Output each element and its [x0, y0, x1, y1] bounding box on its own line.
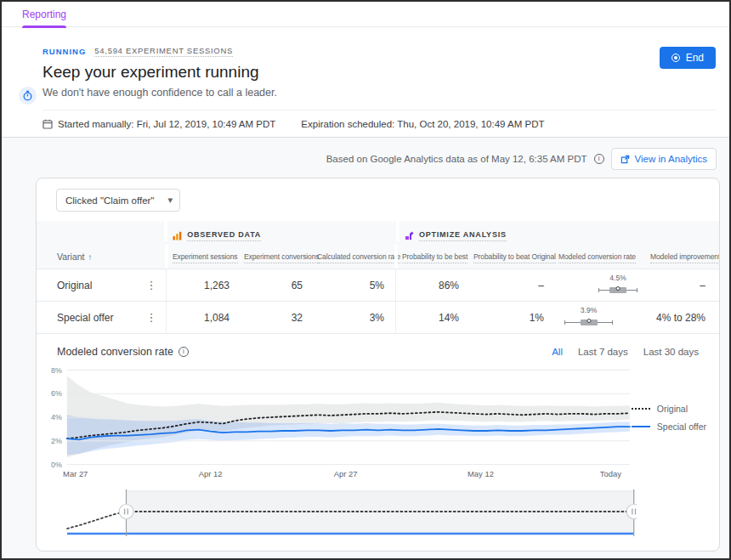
end-button-label: End	[686, 52, 704, 64]
external-link-icon	[620, 155, 630, 164]
row-menu-icon[interactable]	[144, 311, 158, 324]
svg-text:Mar 27: Mar 27	[63, 469, 88, 478]
expiration-date-text: Expiration scheduled: Thu, Oct 20, 2019,…	[301, 119, 544, 129]
objective-dropdown[interactable]: Clicked "Claim offer"	[56, 189, 180, 212]
column-header-sessions[interactable]: Experiment sessions	[168, 252, 240, 261]
boxplot-special-offer: 3.9%	[564, 306, 613, 331]
range-last-30-days[interactable]: Last 30 days	[643, 347, 699, 357]
cell-sessions: 1,263	[168, 280, 240, 291]
boxplot-median-label: 3.9%	[581, 306, 597, 314]
objective-dropdown-value: Clicked "Claim offer"	[65, 195, 154, 206]
calendar-icon	[42, 119, 53, 129]
column-header-prob-beat[interactable]: Probability to beat Original	[469, 252, 554, 261]
svg-text:0%: 0%	[51, 461, 62, 469]
boxplot-original: 4.5%	[598, 274, 638, 299]
legend-solid-line-icon	[632, 426, 650, 427]
column-header-conversions[interactable]: Experiment conversions	[240, 252, 313, 261]
legend-label-special-offer: Special offer	[657, 421, 706, 432]
cell-prob-beat: 1%	[469, 312, 554, 324]
target-icon	[672, 54, 680, 62]
cell-conversions: 65	[240, 280, 313, 291]
svg-text:Apr 12: Apr 12	[199, 469, 223, 478]
cell-conversions: 32	[240, 312, 313, 324]
chart-header: Modeled conversion rate All Last 7 days …	[37, 334, 719, 358]
end-experiment-button[interactable]: End	[660, 47, 716, 69]
info-icon[interactable]	[178, 347, 189, 357]
optimize-icon	[405, 231, 414, 240]
cell-prob-best: 14%	[398, 312, 469, 324]
variant-name: Special offer	[57, 312, 114, 324]
tab-reporting[interactable]: Reporting	[22, 2, 66, 20]
date-range-brush[interactable]	[50, 489, 637, 541]
range-last-7-days[interactable]: Last 7 days	[578, 347, 628, 357]
table-row-special-offer: Special offer 1,084 32 3% 14% 1% 3.9%	[37, 301, 719, 333]
column-header-prob-best[interactable]: Probability to be best	[398, 252, 469, 261]
svg-text:6%: 6%	[51, 389, 62, 398]
legend-label-original: Original	[657, 404, 688, 414]
view-in-analytics-label: View in Analytics	[635, 154, 707, 164]
cell-prob-beat: –	[469, 280, 554, 291]
observed-data-group-label[interactable]: OBSERVED DATA	[187, 230, 261, 241]
chevron-down-icon	[167, 195, 173, 206]
report-body: Based on Google Analytics data as of May…	[2, 138, 729, 558]
chart-range-selector: All Last 7 days Last 30 days	[552, 347, 699, 357]
boxplot-median-dot	[616, 286, 620, 291]
sort-ascending-icon	[85, 252, 93, 262]
row-menu-icon[interactable]	[144, 279, 158, 291]
variants-table: OBSERVED DATA OPTIMIZE ANALYSIS Varian	[37, 221, 719, 334]
status-badge: RUNNING	[42, 47, 86, 56]
svg-text:Today: Today	[600, 469, 621, 478]
timer-icon	[19, 87, 37, 105]
boxplot-median-dot	[586, 319, 591, 323]
column-header-improvement[interactable]: Modeled improvement	[646, 252, 719, 261]
column-header-calc-rate[interactable]: Calculated conversion rate	[313, 252, 394, 261]
tab-bar: Reporting	[2, 2, 729, 27]
table-header: OBSERVED DATA OPTIMIZE ANALYSIS Varian	[37, 221, 719, 269]
based-on-text: Based on Google Analytics data as of May…	[326, 154, 587, 164]
cell-improvement: 4% to 28%	[646, 312, 719, 324]
page-title: Keep your experiment running	[42, 63, 716, 82]
cell-sessions: 1,084	[168, 312, 240, 324]
legend-dotted-line-icon	[632, 408, 650, 410]
table-row-original: Original 1,263 65 5% 86% – 4.5%	[37, 269, 719, 301]
sessions-count-badge: 54,594 EXPERIMENT SESSIONS	[94, 46, 233, 57]
app-window: Reporting RUNNING 54,594 EXPERIMENT SESS…	[0, 0, 731, 560]
cell-improvement: –	[646, 280, 719, 291]
column-header-variant[interactable]: Variant	[37, 252, 165, 262]
bar-chart-icon	[173, 231, 182, 240]
info-icon[interactable]	[594, 154, 604, 164]
cell-prob-best: 86%	[398, 280, 469, 291]
range-all[interactable]: All	[552, 347, 563, 357]
conversion-rate-chart: 0%2%4%6%8%Mar 27Apr 12Apr 27May 12Today	[50, 363, 632, 482]
chart-legend: Original Special offer	[632, 363, 712, 482]
page-subtitle: We don't have enough confidence to call …	[42, 87, 716, 99]
report-card: Clicked "Claim offer" OBSERVED DATA	[36, 178, 720, 552]
analytics-bar: Based on Google Analytics data as of May…	[2, 148, 729, 170]
optimize-analysis-group-label[interactable]: OPTIMIZE ANALYSIS	[419, 230, 507, 241]
view-in-analytics-button[interactable]: View in Analytics	[611, 148, 717, 170]
cell-calc-rate: 3%	[313, 312, 394, 324]
started-date-text: Started manually: Fri, Jul 12, 2019, 10:…	[58, 119, 275, 129]
svg-text:8%: 8%	[51, 366, 62, 375]
boxplot-median-label: 4.5%	[609, 274, 626, 282]
header-divider	[42, 110, 716, 110]
svg-text:Apr 27: Apr 27	[334, 469, 358, 478]
variant-name: Original	[57, 280, 92, 291]
svg-text:4%: 4%	[51, 413, 62, 421]
experiment-header: RUNNING 54,594 EXPERIMENT SESSIONS Keep …	[2, 27, 729, 138]
cell-calc-rate: 5%	[313, 280, 394, 291]
svg-text:2%: 2%	[51, 437, 62, 445]
svg-text:May 12: May 12	[468, 469, 494, 478]
chart-title: Modeled conversion rate	[57, 346, 173, 358]
column-header-modeled-rate[interactable]: Modeled conversion rate	[554, 252, 646, 261]
